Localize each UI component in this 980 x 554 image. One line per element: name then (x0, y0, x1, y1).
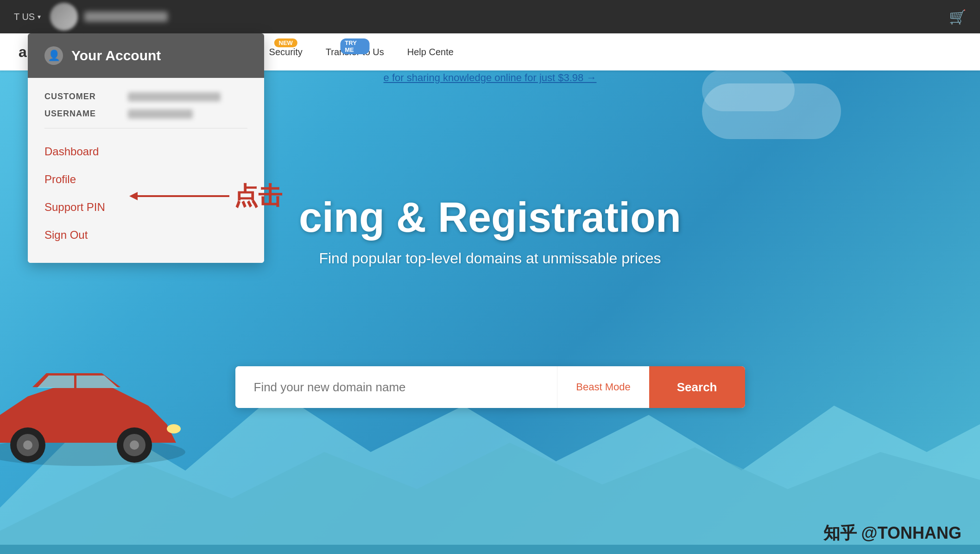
avatar (50, 3, 78, 31)
watermark: 知乎 @TONHANG (823, 522, 961, 545)
svg-point-6 (130, 440, 139, 450)
customer-value-blurred (128, 92, 221, 102)
top-bar-nav-item[interactable]: T US ▾ (14, 12, 41, 22)
transfer-badge: TRY ME (340, 38, 369, 54)
nav-item-transfer[interactable]: TRY ME Transfer to Us (326, 47, 384, 57)
dropdown-divider (44, 128, 247, 128)
search-bar: Beast Mode Search (235, 366, 745, 408)
svg-point-3 (23, 440, 32, 450)
domain-search-input[interactable] (235, 366, 557, 408)
cart-icon[interactable]: 🛒 (949, 9, 966, 25)
nav-item-helpcenter[interactable]: Help Cente (407, 47, 454, 57)
search-button[interactable]: Search (649, 366, 745, 408)
nav-item-security[interactable]: NEW Security (269, 47, 303, 57)
username-value-blurred (128, 109, 193, 119)
hero-title-text: cing & Registratio (299, 194, 656, 241)
account-dropdown: 👤 Your Account CUSTOMER USERNAME Dashboa… (28, 33, 264, 263)
username-label: USERNAME (44, 109, 119, 119)
arrow-label: 点击 (234, 180, 282, 212)
customer-label: CUSTOMER (44, 92, 119, 102)
sign-out-link[interactable]: Sign Out (44, 221, 247, 249)
dropdown-triangle (83, 33, 100, 34)
username-row: USERNAME (44, 109, 247, 119)
top-bar: T US ▾ 🛒 (0, 0, 980, 33)
dropdown-title: Your Account (71, 48, 161, 64)
dropdown-header: 👤 Your Account (28, 33, 264, 78)
account-icon: 👤 (44, 46, 63, 65)
dropdown-body: CUSTOMER USERNAME Dashboard Profile Supp… (28, 78, 264, 263)
cloud-2 (702, 70, 795, 111)
chevron-down-icon: ▾ (38, 13, 41, 20)
arrow-svg (127, 189, 229, 203)
arrow-indicator: 点击 (127, 180, 282, 212)
user-name-display (84, 12, 168, 22)
svg-marker-9 (129, 192, 138, 200)
customer-row: CUSTOMER (44, 92, 247, 102)
security-badge: NEW (274, 38, 297, 47)
top-bar-brand-partial: T US (14, 12, 35, 22)
top-bar-left: T US ▾ (14, 3, 168, 31)
svg-point-7 (167, 424, 181, 433)
top-bar-user[interactable] (50, 3, 168, 31)
hero-car (0, 350, 195, 480)
promo-banner[interactable]: e for sharing knowledge online for just … (384, 72, 597, 84)
top-bar-right: 🛒 (949, 9, 966, 25)
beast-mode-button[interactable]: Beast Mode (557, 366, 649, 408)
dashboard-link[interactable]: Dashboard (44, 138, 247, 166)
